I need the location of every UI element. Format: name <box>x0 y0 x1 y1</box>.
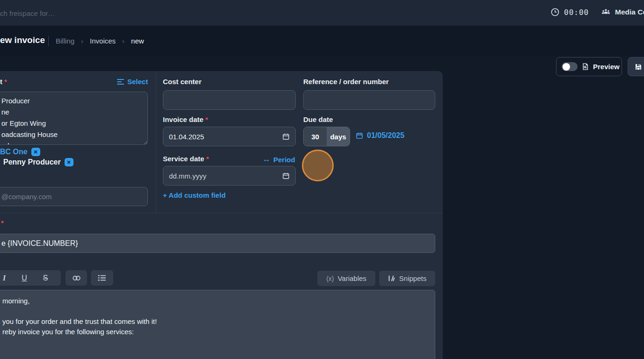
page-header: ew invoice Billing › Invoices › new Prev… <box>0 26 644 56</box>
search-input[interactable] <box>0 7 131 20</box>
workspace-name: Media Co <box>615 8 644 16</box>
list-icon <box>98 274 106 281</box>
due-date-link[interactable]: 01/05/2025 <box>356 131 404 140</box>
page-title: ew invoice <box>0 35 45 45</box>
section-divider <box>0 213 443 213</box>
reference-label: Reference / order number <box>303 78 389 86</box>
message-body-editor[interactable]: morning, you for your order and the trus… <box>0 290 435 359</box>
service-date-label: Service date* <box>163 155 209 163</box>
snippets-icon <box>388 275 395 282</box>
preview-toggle-button[interactable]: Preview <box>556 57 622 76</box>
select-label: Select <box>127 78 148 86</box>
clock-icon <box>550 7 560 17</box>
service-date-input[interactable]: dd.mm.yyyy <box>163 166 296 186</box>
subject-value: e {INVOICE.NUMBER} <box>1 239 78 248</box>
timer-value: 00:00 <box>564 8 589 17</box>
invoice-date-input[interactable]: 01.04.2025 <box>163 127 296 146</box>
recipient-email-input[interactable] <box>0 187 148 206</box>
click-marker <box>302 150 334 181</box>
save-button[interactable] <box>628 57 644 76</box>
team-icon <box>601 7 611 17</box>
remove-company-icon[interactable]: ✕ <box>31 148 40 156</box>
variables-label: Variables <box>337 274 366 282</box>
breadcrumb-separator: › <box>81 37 83 45</box>
due-days-input[interactable]: 30 <box>304 127 327 146</box>
select-list-icon <box>117 79 124 85</box>
period-label: Period <box>273 156 295 164</box>
variables-button[interactable]: (x) Variables <box>317 271 375 286</box>
company-tag-label: BC One <box>0 148 28 156</box>
breadcrumb-billing[interactable]: Billing <box>56 37 74 45</box>
topbar: 00:00 Media Co <box>0 0 644 26</box>
snippets-button[interactable]: Snippets <box>379 271 435 286</box>
recipient-contact-tag: Penny Producer ✕ <box>3 158 73 166</box>
due-date-value: 01/05/2025 <box>367 131 404 140</box>
period-link[interactable]: ↔ Period <box>263 155 295 164</box>
link-icon <box>72 275 81 281</box>
remove-contact-icon[interactable]: ✕ <box>65 158 73 166</box>
calendar-icon <box>356 132 363 139</box>
app: 00:00 Media Co ew invoice Billing › Inv <box>0 0 644 359</box>
save-icon <box>634 63 643 71</box>
variables-icon: (x) <box>326 275 334 282</box>
contact-tag-label: Penny Producer <box>3 158 61 166</box>
invoice-form-panel: t* Select Producer ne or Egton Wing oadc… <box>0 71 443 359</box>
breadcrumb-separator: › <box>122 37 124 45</box>
due-days-unit: days <box>327 127 350 146</box>
calendar-icon <box>282 133 290 140</box>
invoice-date-value: 01.04.2025 <box>169 133 204 141</box>
toggle-knob <box>563 63 570 71</box>
due-date-label: Due date <box>303 115 333 123</box>
cost-center-label: Cost center <box>163 78 202 86</box>
italic-button[interactable]: I <box>3 274 6 282</box>
add-custom-field-link[interactable]: + Add custom field <box>163 191 226 199</box>
due-days-control: 30 days <box>303 127 350 146</box>
insert-link-button[interactable] <box>66 270 87 286</box>
format-button-group: I U S <box>0 270 61 286</box>
cost-center-input[interactable] <box>163 90 296 110</box>
preview-label: Preview <box>593 63 620 71</box>
calendar-icon <box>282 172 290 180</box>
recipient-address-textarea[interactable]: Producer ne or Egton Wing oadcasting Hou… <box>0 92 148 145</box>
subject-required-mark: * <box>1 219 4 227</box>
subject-input[interactable]: e {INVOICE.NUMBER} <box>0 234 435 253</box>
bullet-list-button[interactable] <box>91 270 113 286</box>
reference-input[interactable] <box>303 90 435 110</box>
column-divider <box>156 71 156 213</box>
recipient-select-link[interactable]: Select <box>117 78 148 86</box>
strikethrough-button[interactable]: S <box>43 274 48 282</box>
recipient-label: t* <box>0 78 7 86</box>
title-divider <box>48 36 49 46</box>
breadcrumb-new: new <box>131 37 144 45</box>
snippets-label: Snippets <box>399 274 426 282</box>
workspace-switcher[interactable]: Media Co <box>601 7 644 17</box>
breadcrumb: Billing › Invoices › new <box>56 37 144 45</box>
preview-toggle[interactable] <box>562 62 578 71</box>
underline-button[interactable]: U <box>22 274 27 282</box>
recipient-company-tag: BC One ✕ <box>0 148 40 156</box>
preview-document-icon <box>581 63 589 71</box>
invoice-date-label: Invoice date* <box>163 115 208 123</box>
breadcrumb-invoices[interactable]: Invoices <box>90 37 116 45</box>
service-date-placeholder: dd.mm.yyyy <box>169 172 206 180</box>
time-tracker-button[interactable]: 00:00 <box>550 7 589 17</box>
period-arrow-icon: ↔ <box>263 155 271 164</box>
